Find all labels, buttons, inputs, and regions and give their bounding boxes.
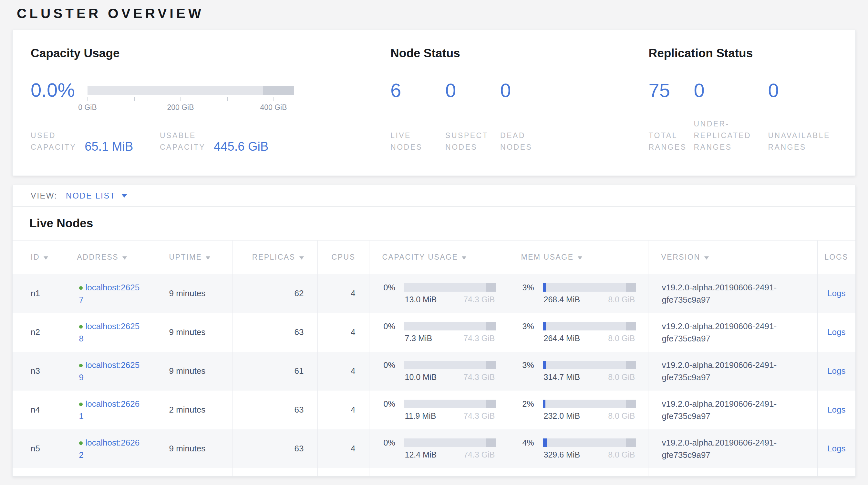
sort-caret-icon: [43, 256, 48, 260]
address-cell: localhost:26261: [64, 391, 156, 429]
meter-used-value: 11.9 MiB: [405, 411, 436, 421]
empty-cell: [317, 468, 369, 477]
capacity-stats-row: USEDCAPACITY65.1 MiBUSABLECAPACITY445.6 …: [31, 130, 391, 153]
stat-used-capacity: USEDCAPACITY65.1 MiB: [31, 130, 160, 153]
stat-value: 0: [768, 81, 837, 101]
column-header-logs: LOGS: [817, 240, 856, 274]
gauge-tick-label: 400 GiB: [260, 103, 287, 112]
address-link[interactable]: localhost:26262: [79, 438, 140, 460]
logs-link[interactable]: Logs: [827, 288, 845, 298]
meter-percent: 0%: [383, 283, 404, 292]
view-label: VIEW:: [31, 191, 58, 200]
stat-live-nodes: 6LIVENODES: [391, 81, 445, 153]
live-nodes-card: VIEW: NODE LIST Live Nodes IDADDRESSUPTI…: [12, 185, 856, 477]
meter-total-value: 74.3 GiB: [463, 334, 495, 343]
address-link[interactable]: localhost:26258: [79, 321, 140, 343]
stat-unavailable-ranges: 0UNAVAILABLERANGES: [768, 81, 837, 153]
stat-label: UNAVAILABLERANGES: [768, 130, 837, 153]
column-header-uptime[interactable]: UPTIME: [156, 240, 232, 274]
logs-link[interactable]: Logs: [827, 405, 845, 415]
column-header-mem-usage[interactable]: MEM USAGE: [508, 240, 648, 274]
cluster-summary-card: Capacity Usage 0.0% 0 GiB200 GiB400 GiB …: [12, 30, 856, 176]
replicas-cell: 63: [232, 313, 317, 352]
meter-total-value: 8.0 GiB: [608, 334, 635, 343]
meter-bar: [543, 438, 636, 447]
column-header-cpus: CPUS: [317, 240, 369, 274]
column-header-replicas[interactable]: REPLICAS: [232, 240, 317, 274]
meter-bar: [404, 438, 496, 447]
page: CLUSTER OVERVIEW Capacity Usage 0.0% 0 G…: [0, 6, 868, 485]
meter-used-value: 13.0 MiB: [405, 295, 437, 304]
capacity-usage-title: Capacity Usage: [31, 46, 391, 60]
logs-link[interactable]: Logs: [827, 327, 845, 337]
stat-label: USABLECAPACITY: [160, 130, 206, 153]
meter-percent: 4%: [523, 438, 543, 448]
empty-cell: [64, 468, 156, 477]
gauge-tick: [227, 97, 228, 101]
logs-link[interactable]: Logs: [827, 444, 845, 453]
address-link[interactable]: localhost:26257: [79, 283, 140, 305]
mem-meter: 3%: [523, 283, 636, 292]
gauge-tick: [134, 97, 135, 101]
address-wrap: localhost:26261: [64, 398, 142, 422]
sort-caret-icon: [122, 256, 127, 260]
gauge-tick: [274, 97, 274, 101]
address-wrap: localhost:26257: [64, 281, 142, 306]
meter-total-value: 74.3 GiB: [463, 450, 495, 459]
column-header-id[interactable]: ID: [12, 240, 64, 274]
meter-fill: [543, 438, 547, 447]
stat-suspect-nodes: 0SUSPECTNODES: [445, 81, 500, 153]
meter-bar: [404, 361, 496, 369]
meter-fraction: 329.6 MiB8.0 GiB: [543, 450, 636, 459]
capacity-gauge-bar: [88, 86, 294, 95]
column-header-label: CPUS: [332, 253, 355, 261]
column-header-label: LOGS: [825, 253, 848, 261]
column-header-version[interactable]: VERSION: [648, 240, 817, 274]
capacity-gauge-bar-wrap: 0 GiB200 GiB400 GiB: [88, 86, 294, 115]
address-link[interactable]: localhost:26259: [79, 360, 140, 382]
meter-bar: [404, 322, 496, 331]
mem-meter: 4%: [523, 438, 636, 448]
capacity-meter: 0%: [383, 322, 496, 331]
stat-label: TOTALRANGES: [648, 130, 693, 153]
table-row-partial: [12, 468, 856, 477]
capacity-usage-cell: 0%11.9 MiB74.3 GiB: [369, 391, 508, 429]
address-cell: localhost:26259: [64, 352, 156, 391]
meter-endcap: [626, 438, 636, 447]
meter-used-value: 10.0 MiB: [405, 372, 437, 382]
meter-percent: 3%: [523, 361, 543, 370]
node-status-stats: 6LIVENODES0SUSPECTNODES0DEADNODES: [391, 81, 648, 153]
uptime-cell: 2 minutes: [156, 391, 232, 429]
meter-total-value: 8.0 GiB: [608, 295, 635, 304]
address-wrap: localhost:26262: [64, 436, 142, 461]
logs-cell: Logs: [817, 274, 856, 313]
meter-fill: [543, 400, 546, 408]
meter-percent: 3%: [523, 322, 543, 331]
column-header-label: CAPACITY USAGE: [382, 253, 458, 261]
version-cell: v19.2.0-alpha.20190606-2491-gfe735c9a97: [648, 429, 817, 468]
uptime-cell: 9 minutes: [156, 274, 232, 313]
meter-total-value: 8.0 GiB: [608, 411, 635, 421]
stat-label: DEADNODES: [500, 130, 555, 153]
meter-percent: 3%: [523, 283, 543, 292]
empty-cell: [648, 468, 817, 477]
meter-bar: [543, 322, 636, 331]
meter-endcap: [486, 283, 496, 292]
capacity-gauge-endcap: [263, 86, 294, 95]
address-link[interactable]: localhost:26261: [79, 399, 140, 421]
address-wrap: localhost:26258: [64, 320, 142, 345]
live-nodes-table: IDADDRESSUPTIMEREPLICASCPUSCAPACITY USAG…: [12, 240, 856, 477]
sort-caret-icon: [704, 256, 709, 260]
column-header-capacity-usage[interactable]: CAPACITY USAGE: [369, 240, 508, 274]
logs-cell: Logs: [817, 313, 856, 352]
column-header-address[interactable]: ADDRESS: [64, 240, 156, 274]
capacity-meter: 0%: [383, 438, 496, 448]
logs-link[interactable]: Logs: [827, 366, 845, 376]
capacity-meter: 0%: [383, 399, 496, 409]
meter-used-value: 7.3 MiB: [405, 334, 432, 343]
sort-caret-icon: [462, 256, 466, 260]
column-header-label: ADDRESS: [77, 253, 119, 261]
capacity-usage-section: Capacity Usage 0.0% 0 GiB200 GiB400 GiB …: [31, 46, 391, 153]
view-selector-dropdown[interactable]: NODE LIST: [66, 191, 127, 200]
meter-fraction: 10.0 MiB74.3 GiB: [404, 372, 496, 382]
